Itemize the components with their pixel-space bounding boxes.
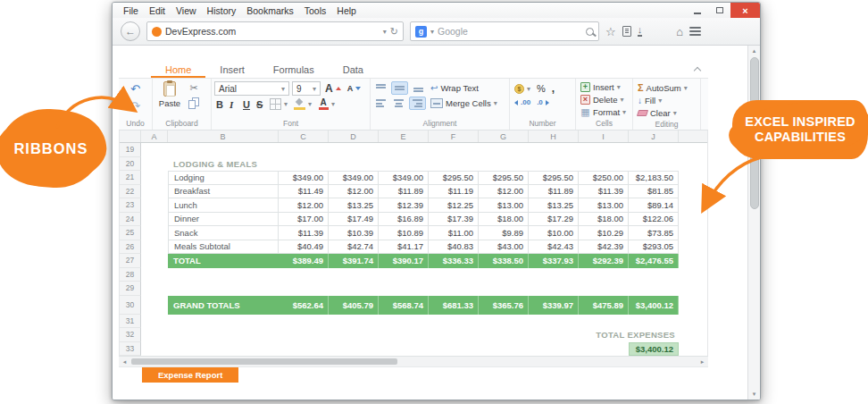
bookmarks-list-icon[interactable] [622, 26, 631, 37]
cell-A23[interactable] [141, 198, 168, 213]
cut-button[interactable]: ✂ [188, 81, 199, 95]
cell-I31[interactable] [579, 315, 629, 329]
cell-G30[interactable]: $365.76 [479, 296, 529, 315]
cell-A22[interactable] [141, 185, 168, 199]
horizontal-scrollbar[interactable]: ◂ ▸ [119, 356, 708, 367]
col-header-I[interactable]: I [579, 130, 629, 142]
home-icon[interactable]: ⌂ [676, 25, 683, 38]
cell-F26[interactable]: $40.83 [429, 240, 479, 255]
row-header-26[interactable]: 26 [120, 240, 141, 255]
cell-I26[interactable]: $42.39 [579, 240, 629, 255]
tab-insert[interactable]: Insert [205, 61, 259, 78]
menu-tools[interactable]: Tools [299, 4, 332, 17]
cell-H29[interactable] [529, 282, 579, 296]
delete-cells-button[interactable]: ×Delete▾ [579, 94, 630, 105]
cell-E25[interactable]: $10.89 [379, 226, 429, 240]
cell-A20[interactable] [141, 157, 168, 172]
cell-J20[interactable] [629, 157, 679, 172]
cell-H25[interactable]: $10.00 [529, 226, 579, 240]
cell-C21[interactable]: $349.00 [279, 171, 329, 185]
cell-A24[interactable] [141, 213, 168, 227]
cell-E26[interactable]: $41.17 [379, 240, 429, 255]
percent-style-button[interactable]: % [535, 82, 547, 95]
row-header-25[interactable]: 25 [120, 226, 141, 240]
cell-C24[interactable]: $17.00 [279, 213, 329, 227]
row-header-30[interactable]: 30 [120, 296, 141, 315]
cell-B32[interactable] [168, 328, 279, 342]
cell-C27[interactable]: $389.49 [279, 254, 329, 268]
cell-D31[interactable] [329, 315, 379, 329]
cell-F27[interactable]: $336.33 [429, 254, 479, 268]
cell-I27[interactable]: $292.39 [579, 254, 629, 268]
cell-B25[interactable]: Snack [168, 226, 279, 240]
cell-F20[interactable] [429, 157, 479, 172]
bookmark-star-icon[interactable]: ☆ [605, 25, 616, 38]
cell-E23[interactable]: $12.39 [379, 198, 429, 213]
scroll-right-arrow[interactable]: ▸ [697, 357, 708, 366]
cell-I22[interactable]: $11.39 [579, 185, 629, 199]
cell-G24[interactable]: $18.00 [479, 213, 529, 227]
cell-E31[interactable] [379, 315, 429, 329]
cell-I19[interactable] [579, 143, 629, 157]
increase-decimal-button[interactable]: .00 [513, 97, 532, 107]
cell-H32[interactable] [529, 328, 579, 342]
merge-cells-button[interactable]: Merge Cells▾ [429, 97, 499, 109]
cell-D26[interactable]: $42.74 [329, 240, 379, 255]
align-left-button[interactable] [373, 97, 388, 109]
cell-B33[interactable] [168, 342, 279, 357]
cell-J24[interactable]: $122.06 [629, 213, 679, 227]
cell-J32[interactable]: TOTAL EXPENSES [579, 328, 679, 342]
cell-G22[interactable]: $12.00 [479, 185, 529, 199]
decrease-decimal-button[interactable]: .0 [535, 97, 551, 107]
clear-button[interactable]: Clear▾ [636, 107, 697, 119]
align-middle-button[interactable] [391, 81, 408, 95]
cell-H20[interactable] [529, 157, 579, 172]
cell-G27[interactable]: $338.50 [479, 254, 529, 268]
cell-D21[interactable]: $349.00 [329, 171, 379, 185]
menu-bookmarks[interactable]: Bookmarks [241, 4, 299, 17]
cell-B22[interactable]: Breakfast [168, 185, 279, 199]
col-header-E[interactable]: E [379, 130, 429, 142]
cell-A28[interactable] [141, 268, 168, 282]
cell-B28[interactable] [168, 268, 279, 282]
row-header-22[interactable]: 22 [120, 185, 141, 199]
search-engine-icon[interactable]: g [415, 26, 427, 38]
cell-D19[interactable] [329, 143, 379, 157]
cell-A31[interactable] [141, 315, 168, 329]
cell-F24[interactable]: $17.39 [429, 213, 479, 227]
cell-I21[interactable]: $250.00 [579, 171, 629, 185]
cell-H28[interactable] [529, 268, 579, 282]
cell-F19[interactable] [429, 143, 479, 157]
menu-help[interactable]: Help [331, 4, 362, 17]
cell-G21[interactable]: $295.50 [479, 171, 529, 185]
cell-D30[interactable]: $405.79 [329, 296, 379, 315]
reload-icon[interactable]: ↻ [390, 26, 398, 38]
downloads-icon[interactable]: ↓ [638, 26, 643, 37]
cell-J30[interactable]: $3,400.12 [629, 296, 679, 315]
cell-G20[interactable] [479, 157, 529, 172]
back-button[interactable]: ← [121, 21, 140, 41]
cell-J31[interactable] [629, 315, 679, 329]
cell-E28[interactable] [379, 268, 429, 282]
cell-C19[interactable] [279, 143, 329, 157]
cell-H21[interactable]: $295.50 [529, 171, 579, 185]
cell-D25[interactable]: $10.39 [329, 226, 379, 240]
search-icon[interactable] [586, 28, 594, 36]
cell-E33[interactable] [379, 342, 429, 357]
search-input[interactable]: Google [438, 26, 582, 37]
cell-B29[interactable] [168, 282, 279, 296]
cell-A29[interactable] [141, 282, 168, 296]
cell-C28[interactable] [279, 268, 329, 282]
cell-B21[interactable]: Lodging [168, 171, 279, 185]
cell-A26[interactable] [141, 240, 168, 255]
fill-color-button[interactable]: ▾ [292, 97, 313, 111]
close-button[interactable]: × [730, 3, 760, 18]
cell-B26[interactable]: Meals Subtotal [168, 240, 279, 255]
cell-J29[interactable] [629, 282, 679, 296]
cell-A21[interactable] [141, 171, 168, 185]
cell-H22[interactable]: $11.89 [529, 185, 579, 199]
tab-formulas[interactable]: Formulas [259, 61, 329, 78]
row-header-21[interactable]: 21 [120, 171, 141, 185]
row-header-33[interactable]: 33 [120, 342, 141, 357]
cell-F21[interactable]: $295.50 [429, 171, 479, 185]
